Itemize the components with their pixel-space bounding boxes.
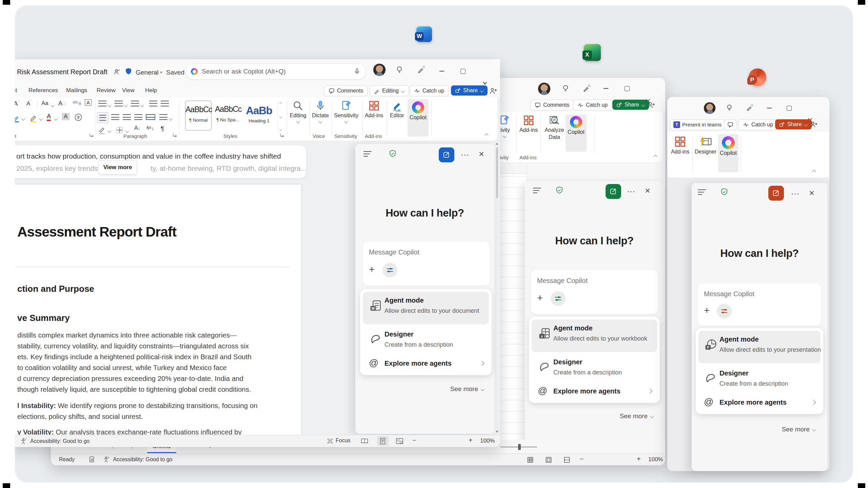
tab-layout[interactable]: ut <box>15 87 17 94</box>
pen-color-icon[interactable] <box>15 114 21 122</box>
ribbon-analyze-data-button[interactable]: Analyze Data <box>542 115 566 140</box>
close-copilot-icon[interactable] <box>645 188 650 193</box>
catch-up-button[interactable]: Catch up <box>573 100 612 110</box>
people-pane-icon[interactable] <box>489 87 497 95</box>
editing-mode-button[interactable]: Editing <box>370 85 409 96</box>
ribbon-designer-button[interactable]: Designer <box>694 136 717 155</box>
zoom-slider[interactable] <box>500 447 537 447</box>
share-button[interactable]: Share <box>612 100 649 110</box>
more-options-icon[interactable]: … <box>791 186 800 197</box>
share-button[interactable]: Share <box>451 85 488 96</box>
sensitivity-label[interactable]: General <box>136 69 159 76</box>
pilcrow-icon[interactable]: ¶ <box>161 125 164 133</box>
style-no-spacing[interactable]: AaBbCc ¶ No Spa... <box>215 101 241 130</box>
word-account-avatar[interactable] <box>373 63 386 76</box>
scroll-up-arrow[interactable] <box>496 143 498 145</box>
tab-mailings[interactable]: Mailings <box>66 87 87 94</box>
people-pane-icon[interactable] <box>810 121 817 128</box>
shading-icon[interactable] <box>98 126 106 135</box>
distribute-icon[interactable] <box>146 114 155 120</box>
grow-font-icon[interactable]: Aˆ <box>15 100 19 107</box>
styles-scroll-up[interactable] <box>279 102 282 105</box>
catch-up-button[interactable]: Catch up <box>738 119 777 130</box>
see-more-button[interactable]: See more <box>450 385 484 393</box>
styles-scroll-down[interactable] <box>279 115 282 118</box>
change-case-icon[interactable]: Aa <box>41 100 48 107</box>
chevron-down-icon[interactable] <box>107 103 111 107</box>
borders-icon[interactable] <box>115 126 124 135</box>
copilot-message-box[interactable]: Message Copilot + <box>531 270 658 314</box>
tab-review[interactable]: Review <box>97 87 116 94</box>
ribbon-addins-button[interactable]: Add-ins <box>363 100 385 119</box>
agent-options-button[interactable] <box>382 263 397 278</box>
collapse-ribbon-chevron[interactable] <box>485 134 488 137</box>
new-chat-button[interactable] <box>439 147 454 162</box>
web-layout-icon[interactable] <box>396 438 403 444</box>
ribbon-addins-button[interactable]: Add-ins <box>669 136 691 155</box>
view-more-button[interactable]: View more <box>98 160 137 175</box>
focus-icon[interactable] <box>327 438 333 444</box>
ribbon-copilot-button[interactable]: Copilot <box>565 116 587 135</box>
styles-scroll-strip[interactable] <box>277 101 284 133</box>
minimize-button[interactable] <box>767 108 772 108</box>
az-sort-icon[interactable]: ᴬ⁄ᶻ↓ <box>146 125 154 131</box>
clear-format-icon[interactable]: A◌ <box>58 100 66 107</box>
saved-status[interactable]: Saved <box>166 69 184 76</box>
zoom-in-button[interactable]: + <box>469 436 473 444</box>
search-box[interactable]: Search or ask Copilot (Alt+Q) <box>185 63 366 80</box>
ribbon-dictate-button[interactable]: Dictate <box>310 100 331 123</box>
print-layout-icon[interactable] <box>380 438 386 444</box>
styles-dialog-launcher[interactable] <box>279 133 284 137</box>
see-more-button[interactable]: See more <box>620 412 654 420</box>
document-page[interactable]: Assessment Report Draft ction and Purpos… <box>15 185 301 435</box>
tab-view[interactable]: View <box>122 87 135 94</box>
shrink-font-icon[interactable]: Aˇ <box>26 100 32 107</box>
accessibility-icon[interactable] <box>20 438 27 445</box>
chevron-down-icon[interactable] <box>107 129 111 133</box>
text-shading-icon[interactable]: A <box>62 113 70 120</box>
align-left-selected[interactable] <box>97 112 108 123</box>
whats-new-pen-icon[interactable] <box>583 84 591 92</box>
ribbon-sensitivity-button[interactable]: Sensitivity <box>335 100 357 123</box>
paragraph-dialog-launcher[interactable] <box>172 133 177 137</box>
page-break-view-icon[interactable] <box>564 456 570 463</box>
zoom-out-button[interactable]: − <box>580 455 584 463</box>
agent-options-button[interactable] <box>717 304 732 319</box>
read-mode-icon[interactable] <box>361 438 368 444</box>
font-dialog-launcher[interactable] <box>89 133 94 137</box>
char-border-icon[interactable] <box>74 113 83 122</box>
align-center-icon[interactable] <box>111 114 119 120</box>
comments-button[interactable]: Comments <box>324 85 368 96</box>
author-icon[interactable] <box>113 68 121 76</box>
chevron-down-icon[interactable] <box>124 103 127 107</box>
people-pane-icon[interactable] <box>647 101 655 109</box>
zoom-out-button[interactable]: − <box>412 436 416 444</box>
bullet-list-icon[interactable] <box>98 101 106 106</box>
zoom-level[interactable]: 100% <box>480 438 495 444</box>
chevron-down-icon[interactable] <box>54 117 58 120</box>
justify-icon[interactable] <box>134 114 142 120</box>
lightbulb-icon[interactable] <box>561 84 570 93</box>
comments-button[interactable] <box>724 119 736 130</box>
chevron-down-icon[interactable] <box>21 117 25 120</box>
copilot-message-box[interactable]: Message Copilot + <box>363 242 490 286</box>
phonetic-icon[interactable]: abcA <box>73 100 81 106</box>
font-color-icon[interactable]: A <box>47 113 51 121</box>
word-app-icon[interactable]: W <box>416 26 432 42</box>
align-right-icon[interactable] <box>123 114 131 120</box>
new-chat-button[interactable] <box>768 186 784 201</box>
chevron-down-icon[interactable] <box>140 103 144 107</box>
decrease-indent-icon[interactable] <box>149 101 157 106</box>
excel-app-icon[interactable]: X <box>584 44 601 61</box>
whats-new-pen-icon[interactable] <box>417 65 425 74</box>
close-copilot-icon[interactable] <box>479 151 484 157</box>
scrollbar[interactable] <box>495 142 499 433</box>
more-options-icon[interactable]: … <box>460 147 470 158</box>
attach-plus-icon[interactable]: + <box>704 307 710 314</box>
style-heading1[interactable]: AaBb Heading 1 <box>245 101 273 130</box>
sensitivity-shield-icon[interactable] <box>125 67 132 76</box>
zoom-level[interactable]: 100% <box>648 456 663 463</box>
attach-plus-icon[interactable]: + <box>369 266 375 273</box>
attach-plus-icon[interactable]: + <box>537 294 543 301</box>
share-button[interactable]: Share <box>775 119 812 129</box>
